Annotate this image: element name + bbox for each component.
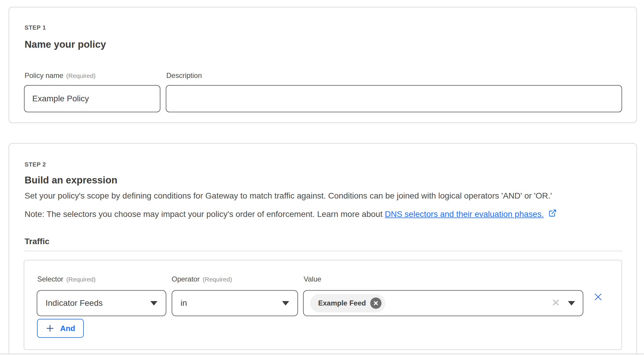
selector-dropdown-value: Indicator Feeds <box>46 298 103 308</box>
chevron-down-icon <box>150 301 157 306</box>
step2-title: Build an expression <box>25 175 117 186</box>
external-link-icon <box>548 209 557 219</box>
value-multiselect[interactable]: Example Feed <box>303 290 583 316</box>
expression-intro-text: Set your policy's scope by defining cond… <box>25 191 552 201</box>
chevron-down-icon <box>568 301 575 306</box>
and-button-label: And <box>60 324 75 333</box>
step1-title: Name your policy <box>25 39 106 50</box>
operator-dropdown[interactable]: in <box>172 290 298 316</box>
value-field-controls <box>552 299 576 308</box>
operator-dropdown-value: in <box>181 298 187 308</box>
dns-selectors-link[interactable]: DNS selectors and their evaluation phase… <box>385 210 544 219</box>
value-label: Value <box>304 275 321 283</box>
description-input[interactable] <box>166 85 622 112</box>
policy-name-label: Policy name(Required) <box>25 71 96 80</box>
selector-dropdown[interactable]: Indicator Feeds <box>37 290 166 316</box>
add-and-condition-button[interactable]: And <box>37 319 84 338</box>
policy-name-input[interactable] <box>24 85 160 112</box>
value-tag-label: Example Feed <box>318 299 366 307</box>
plus-icon <box>46 324 54 333</box>
clear-value-icon[interactable] <box>552 299 560 308</box>
step1-card: STEP 1 Name your policy Policy name(Requ… <box>9 7 637 123</box>
page-bottom-divider <box>0 354 644 355</box>
traffic-heading: Traffic <box>25 237 49 246</box>
selector-required-hint: (Required) <box>66 276 96 283</box>
tag-remove-icon[interactable] <box>370 298 381 309</box>
value-tag: Example Feed <box>310 294 385 312</box>
operator-required-hint: (Required) <box>203 276 232 283</box>
step2-card: STEP 2 Build an expression Set your poli… <box>9 143 637 355</box>
condition-row-container: Selector(Required) Operator(Required) Va… <box>24 260 622 350</box>
remove-condition-icon[interactable] <box>594 292 603 301</box>
expression-note-text: Note: The selectors you choose may impac… <box>25 209 557 219</box>
chevron-down-icon <box>282 301 289 306</box>
traffic-divider <box>24 251 622 251</box>
policy-name-required-hint: (Required) <box>66 72 96 79</box>
step1-label: STEP 1 <box>25 24 46 31</box>
step2-label: STEP 2 <box>25 161 46 168</box>
page: STEP 1 Name your policy Policy name(Requ… <box>0 0 644 355</box>
operator-label: Operator(Required) <box>172 275 232 283</box>
selector-label: Selector(Required) <box>37 275 96 283</box>
description-label: Description <box>166 71 202 80</box>
